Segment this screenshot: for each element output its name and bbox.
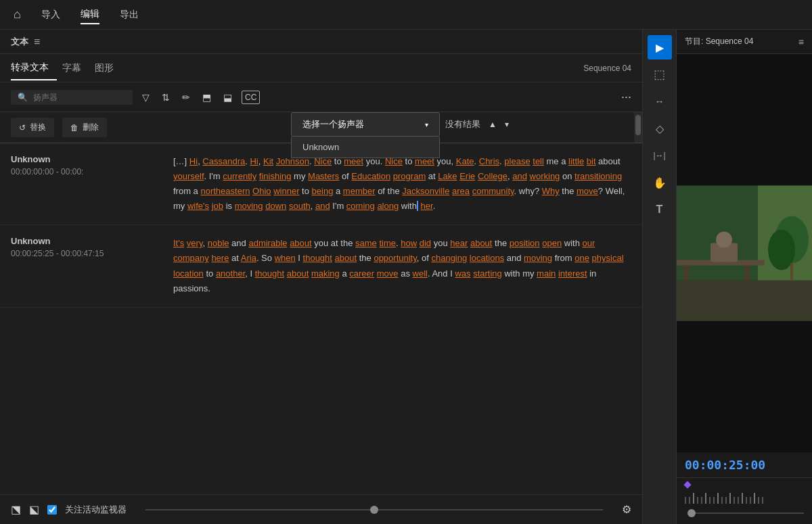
search-area[interactable]: 🔍 [11,90,133,105]
nav-export[interactable]: 导出 [120,6,139,24]
nav-edit[interactable]: 编辑 [81,5,99,24]
speaker-dropdown-menu: Unknown [291,137,440,158]
tab-transcript[interactable]: 转录文本 [11,56,57,80]
speaker-dropdown[interactable]: 选择一个扬声器 ▾ [291,112,440,137]
delete-button[interactable]: 🗑 删除 [62,118,107,137]
search-input[interactable] [33,93,114,102]
timeline-diamond-icon [683,481,691,488]
delete-icon: 🗑 [70,123,78,133]
nav-import[interactable]: 导入 [41,6,60,24]
export2-icon[interactable]: ⬓ [221,89,235,105]
video-frame [677,54,812,452]
panel-header: 文本 ≡ [0,30,642,54]
marquee-tool-button[interactable]: ⬚ [648,62,672,87]
svg-point-10 [716,232,732,248]
text-tool-button[interactable]: T [648,197,672,222]
nav-arrows: ▲ ▾ [486,118,512,130]
home-icon[interactable]: ⌂ [14,7,21,22]
tick [734,497,735,504]
bottom-icon2[interactable]: ⬕ [29,503,39,516]
tick [721,497,723,504]
cc-icon[interactable]: CC [242,91,260,104]
tick [758,497,759,504]
filter-icon[interactable]: ▽ [139,89,152,105]
settings-icon[interactable]: ⚙ [622,503,631,516]
tick [709,497,710,504]
tab-captions[interactable]: 字幕 [62,57,89,80]
tick [689,497,690,504]
tick [746,497,747,504]
search-icon: 🔍 [18,93,28,102]
timeline-scrubber[interactable] [685,506,804,520]
right-side: ▶ ⬚ ↔ ◇ |↔| ✋ T 节目: Sequence 04 ≡ [643,30,812,524]
more-options-icon[interactable]: ··· [621,90,631,104]
preview-title: 节目: Sequence 04 [685,36,753,47]
replace-button[interactable]: ↺ 替换 [11,118,54,137]
monitor-label: 关注活动监视器 [65,504,127,516]
tools-panel: ▶ ⬚ ↔ ◇ |↔| ✋ T [643,30,677,524]
scrubber-thumb[interactable] [687,509,696,517]
tick [742,493,743,504]
sequence-label: Sequence 04 [583,64,631,73]
tick [685,497,686,504]
no-result-area: 没有结果 ▲ ▾ [445,118,512,130]
panel-menu-icon[interactable]: ≡ [34,36,40,48]
time-range: 00:00:00:00 - 00:00: [11,167,173,176]
nav-up-icon[interactable]: ▲ [486,118,499,130]
speaker-name: Unknown [11,154,173,164]
entry-meta: Unknown 00:00:00:00 - 00:00: [11,154,173,214]
export1-icon[interactable]: ⬒ [200,89,214,105]
replace-icon: ↺ [19,123,26,133]
time-display: 00:00:25:00 [677,452,812,477]
tick [693,493,694,504]
tick [697,497,698,504]
dropdown-chevron-icon: ▾ [425,121,428,128]
tick [738,497,739,504]
preview-menu-icon[interactable]: ≡ [798,37,804,47]
nav-down-icon[interactable]: ▾ [502,118,512,130]
tab-graphics[interactable]: 图形 [95,57,122,80]
transcript-text-segment: It's very, noble and admirable about you… [173,238,624,293]
tick [717,493,719,504]
bottom-icon1[interactable]: ⬔ [11,503,21,516]
speaker-name: Unknown [11,236,173,246]
slip-tool-button[interactable]: |↔| [648,143,672,168]
ripple-tool-button[interactable]: ↔ [648,89,672,114]
timeline-area[interactable] [677,477,812,524]
top-navigation: ⌂ 导入 编辑 导出 [0,0,812,30]
main-layout: 文本 ≡ 转录文本 字幕 图形 Sequence 04 🔍 ▽ ⇅ ✏ ⬒ ⬓ … [0,30,812,524]
monitor-checkbox[interactable] [47,505,57,515]
edit-icon[interactable]: ✏ [179,89,193,105]
hand-tool-button[interactable]: ✋ [648,170,672,195]
dropdown-label: 选择一个扬声器 [302,118,364,130]
svg-rect-7 [683,266,689,281]
bottom-bar: ⬔ ⬕ 关注活动监视器 ⚙ [0,494,642,524]
razor-tool-button[interactable]: ◇ [648,116,672,141]
svg-rect-1 [677,281,812,321]
svg-rect-8 [744,266,750,281]
time-range: 00:00:25:25 - 00:00:47:15 [11,249,173,258]
timeline-ticks [685,490,804,504]
entry-text[interactable]: It's very, noble and admirable about you… [173,236,631,295]
time-value: 00:00:25:00 [685,458,765,472]
select-tool-button[interactable]: ▶ [648,35,672,59]
svg-rect-5 [790,264,793,281]
tick [750,497,751,504]
entry-text[interactable]: […] Hi, Cassandra. Hi, Kit Johnson. Nice… [173,154,631,214]
dropdown-scrollbar[interactable] [634,112,642,143]
slider-thumb[interactable] [370,506,378,514]
transcript-content[interactable]: Unknown 00:00:00:00 - 00:00: […] Hi, Cas… [0,143,642,494]
panel-title: 文本 [11,36,28,48]
left-panel: 文本 ≡ 转录文本 字幕 图形 Sequence 04 🔍 ▽ ⇅ ✏ ⬒ ⬓ … [0,30,643,524]
preview-panel-header: 节目: Sequence 04 ≡ [677,30,812,54]
speaker-dropdown-container: 选择一个扬声器 ▾ Unknown 没有结果 ▲ ▾ [291,112,512,137]
timeline-marker [685,482,804,487]
sort-icon[interactable]: ⇅ [159,89,173,105]
tick [754,493,755,504]
tick [729,493,731,504]
transcript-entry: Unknown 00:00:25:25 - 00:00:47:15 It's v… [0,225,642,307]
svg-rect-11 [716,248,732,262]
tick [713,497,715,504]
dropdown-option-unknown[interactable]: Unknown [292,137,439,158]
video-preview [677,54,812,452]
